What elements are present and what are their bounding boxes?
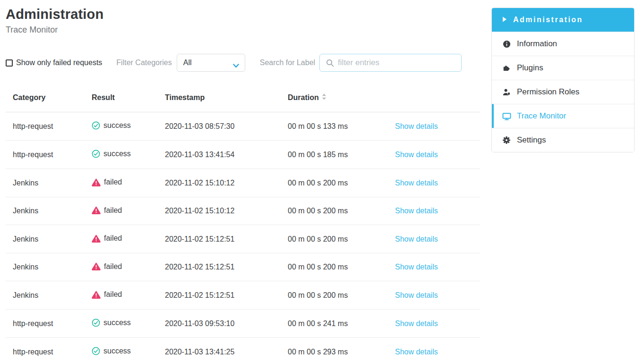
timestamp-cell: 2020-11-03 13:41:25 xyxy=(165,337,288,361)
timestamp-cell: 2020-11-03 08:57:30 xyxy=(165,112,288,141)
category-cell: http-request xyxy=(6,112,92,141)
sidebar: Administration Information Plugins Permi… xyxy=(491,8,635,152)
table-row: Jenkins failed 2020-11-02 15:12:51 00 m … xyxy=(6,281,480,310)
result-label: success xyxy=(103,319,131,327)
monitor-icon xyxy=(501,112,512,121)
duration-cell: 00 m 00 s 241 ms xyxy=(288,309,395,337)
table-header-row: Category Result Timestamp Duration xyxy=(6,93,480,112)
show-details-link[interactable]: Show details xyxy=(395,348,438,356)
result-label: success xyxy=(103,347,131,355)
timestamp-cell: 2020-11-02 15:12:51 xyxy=(165,253,288,281)
result-cell: failed xyxy=(92,225,165,253)
result-cell: failed xyxy=(92,253,165,281)
timestamp-cell: 2020-11-02 15:12:51 xyxy=(165,281,288,310)
sidebar-item-settings[interactable]: Settings xyxy=(492,128,634,152)
show-details-link[interactable]: Show details xyxy=(395,122,438,130)
category-filter-select[interactable]: All xyxy=(177,54,245,72)
column-header-result: Result xyxy=(92,93,165,112)
show-details-link[interactable]: Show details xyxy=(395,151,438,159)
result-label: success xyxy=(103,150,131,158)
page-subtitle: Trace Monitor xyxy=(6,25,480,35)
category-cell: Jenkins xyxy=(6,197,92,225)
result-label: failed xyxy=(104,178,122,186)
success-icon xyxy=(92,347,100,355)
duration-cell: 00 m 00 s 200 ms xyxy=(288,281,395,310)
caret-right-icon xyxy=(502,16,507,24)
sidebar-item-information[interactable]: Information xyxy=(492,32,634,56)
sidebar-item-label: Settings xyxy=(517,135,546,145)
sidebar-item-label: Permission Roles xyxy=(517,87,579,97)
result-cell: failed xyxy=(92,197,165,225)
table-row: Jenkins failed 2020-11-02 15:10:12 00 m … xyxy=(6,169,480,197)
table-body: http-request success 2020-11-03 08:57:30… xyxy=(6,112,480,361)
column-header-details xyxy=(395,93,480,112)
puzzle-piece-icon xyxy=(501,64,512,72)
success-icon xyxy=(92,319,100,327)
search-icon xyxy=(326,59,334,69)
sidebar-item-label: Information xyxy=(517,39,557,49)
show-details-link[interactable]: Show details xyxy=(395,319,438,327)
category-cell: Jenkins xyxy=(6,169,92,197)
duration-cell: 00 m 00 s 200 ms xyxy=(288,169,395,197)
sort-icon[interactable] xyxy=(322,93,326,102)
result-label: failed xyxy=(104,206,122,215)
success-icon xyxy=(92,121,100,130)
user-shield-icon xyxy=(501,88,512,97)
failed-requests-checkbox-group[interactable]: Show only failed requests xyxy=(6,59,102,67)
result-label: failed xyxy=(104,290,122,299)
sidebar-item-label: Plugins xyxy=(517,63,543,73)
category-cell: http-request xyxy=(6,309,92,337)
show-details-link[interactable]: Show details xyxy=(395,207,438,215)
search-input[interactable] xyxy=(338,54,461,71)
success-icon xyxy=(92,150,100,158)
info-circle-icon xyxy=(501,40,512,48)
show-details-link[interactable]: Show details xyxy=(395,179,438,187)
column-header-timestamp: Timestamp xyxy=(165,93,288,112)
timestamp-cell: 2020-11-03 13:41:54 xyxy=(165,141,288,169)
table-row: Jenkins failed 2020-11-02 15:12:51 00 m … xyxy=(6,225,480,253)
duration-cell: 00 m 00 s 133 ms xyxy=(288,112,395,141)
result-cell: success xyxy=(92,141,165,169)
show-details-link[interactable]: Show details xyxy=(395,263,438,271)
show-details-link[interactable]: Show details xyxy=(395,291,438,299)
page-title: Administration xyxy=(6,7,480,22)
category-filter-value: All xyxy=(183,59,192,67)
category-cell: http-request xyxy=(6,141,92,169)
warning-triangle-icon xyxy=(92,178,101,186)
table-row: http-request success 2020-11-03 08:57:30… xyxy=(6,112,480,141)
show-details-link[interactable]: Show details xyxy=(395,235,438,243)
duration-cell: 00 m 00 s 200 ms xyxy=(288,253,395,281)
column-header-category: Category xyxy=(6,93,92,112)
trace-table: Category Result Timestamp Duration xyxy=(6,93,480,361)
sidebar-header-administration[interactable]: Administration xyxy=(492,8,634,32)
sidebar-item-trace-monitor[interactable]: Trace Monitor xyxy=(492,104,634,128)
failed-requests-checkbox-label: Show only failed requests xyxy=(16,59,102,67)
search-box xyxy=(319,54,462,72)
warning-triangle-icon xyxy=(92,262,101,270)
table-row: http-request success 2020-11-03 13:41:54… xyxy=(6,141,480,169)
category-cell: http-request xyxy=(6,337,92,361)
failed-requests-checkbox[interactable] xyxy=(6,59,13,67)
duration-cell: 00 m 00 s 293 ms xyxy=(288,337,395,361)
sidebar-item-label: Trace Monitor xyxy=(517,111,566,121)
sidebar-header-label: Administration xyxy=(513,16,583,24)
result-cell: success xyxy=(92,337,165,361)
page-layout: Administration Trace Monitor Show only f… xyxy=(0,0,644,361)
table-row: Jenkins failed 2020-11-02 15:10:12 00 m … xyxy=(6,197,480,225)
sidebar-item-plugins[interactable]: Plugins xyxy=(492,56,634,80)
result-cell: success xyxy=(92,112,165,141)
result-cell: success xyxy=(92,309,165,337)
duration-cell: 00 m 00 s 185 ms xyxy=(288,141,395,169)
filter-categories-label: Filter Categories xyxy=(116,59,172,67)
duration-cell: 00 m 00 s 200 ms xyxy=(288,225,395,253)
result-label: failed xyxy=(104,234,122,243)
warning-triangle-icon xyxy=(92,206,101,214)
sidebar-item-permission-roles[interactable]: Permission Roles xyxy=(492,80,634,104)
timestamp-cell: 2020-11-02 15:10:12 xyxy=(165,197,288,225)
main-content: Administration Trace Monitor Show only f… xyxy=(0,0,491,361)
warning-triangle-icon xyxy=(92,291,101,299)
filter-bar: Show only failed requests Filter Categor… xyxy=(6,54,480,72)
gear-icon xyxy=(501,136,512,144)
column-header-duration[interactable]: Duration xyxy=(288,93,395,112)
timestamp-cell: 2020-11-03 09:53:10 xyxy=(165,309,288,337)
